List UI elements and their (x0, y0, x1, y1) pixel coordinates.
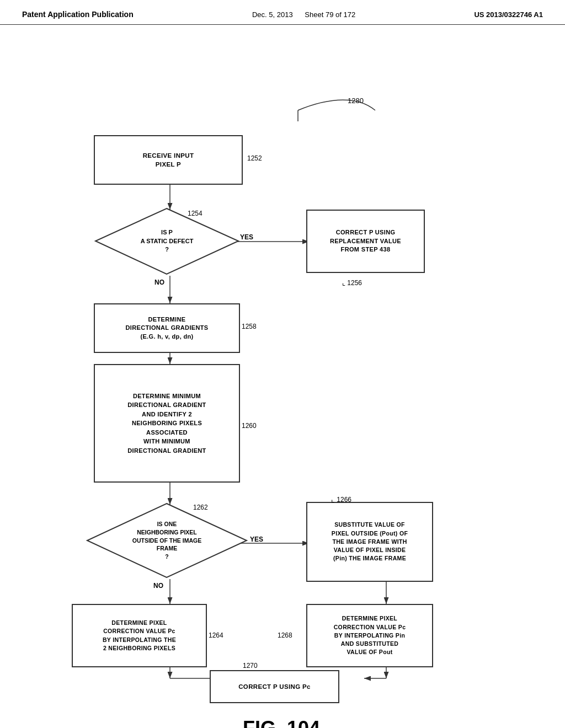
publication-date: Dec. 5, 2013 (252, 10, 293, 19)
header-center: Dec. 5, 2013 Sheet 79 of 172 (252, 10, 355, 19)
page-header: Patent Application Publication Dec. 5, 2… (0, 0, 565, 25)
diamond-static-defect: IS PA STATIC DEFECT? (94, 207, 240, 276)
determine-pc-right-box: DETERMINE PIXELCORRECTION VALUE PcBY INT… (306, 604, 433, 667)
ref-1270: 1270 (243, 662, 258, 670)
yes-label-1: YES (240, 233, 253, 241)
diamond-outside-frame: IS ONENEIGHBORING PIXELOUTSIDE OF THE IM… (86, 502, 248, 579)
yes-label-2: YES (250, 536, 263, 543)
receive-input-pixel-box: RECEIVE INPUT PIXEL P (94, 135, 243, 185)
ref-1252: 1252 (247, 154, 262, 162)
no-label-1: NO (154, 279, 164, 286)
no-label-2: NO (153, 582, 163, 590)
patent-number: US 2013/0322746 A1 (474, 10, 543, 19)
ref-1266: ⌞ 1266 (331, 495, 351, 504)
ref-1260: 1260 (242, 422, 257, 430)
correct-p-box: CORRECT P USING REPLACEMENT VALUE FROM S… (306, 210, 425, 273)
diagram-area: 1280 RECEIVE INPUT PIXEL P 1252 IS PA ST… (0, 25, 565, 698)
ref-1280-label: 1280 (348, 97, 364, 105)
ref-1254: 1254 (188, 210, 202, 217)
correct-p-pc-box: CORRECT P USING Pc (210, 670, 339, 703)
determine-pc-left-box: DETERMINE PIXELCORRECTION VALUE PcBY INT… (72, 604, 207, 667)
ref-1256: ⌞ 1256 (342, 279, 362, 287)
ref-1264: 1264 (209, 631, 223, 639)
ref-1268: 1268 (278, 631, 292, 639)
determine-minimum-box: DETERMINE MINIMUMDIRECTIONAL GRADIENTAND… (94, 364, 240, 483)
sheet-info: Sheet 79 of 172 (305, 10, 355, 19)
ref-1258: 1258 (242, 323, 257, 330)
ref-1262: 1262 (193, 504, 208, 511)
figure-label: FIG. 104 (199, 717, 364, 728)
arrows-svg (0, 25, 565, 698)
substitute-value-box: SUBSTITUTE VALUE OFPIXEL OUTSIDE (Pout) … (306, 502, 433, 582)
determine-directional-box: DETERMINEDIRECTIONAL GRADIENTS(E.G. h, v… (94, 303, 240, 353)
publication-title: Patent Application Publication (22, 10, 134, 19)
